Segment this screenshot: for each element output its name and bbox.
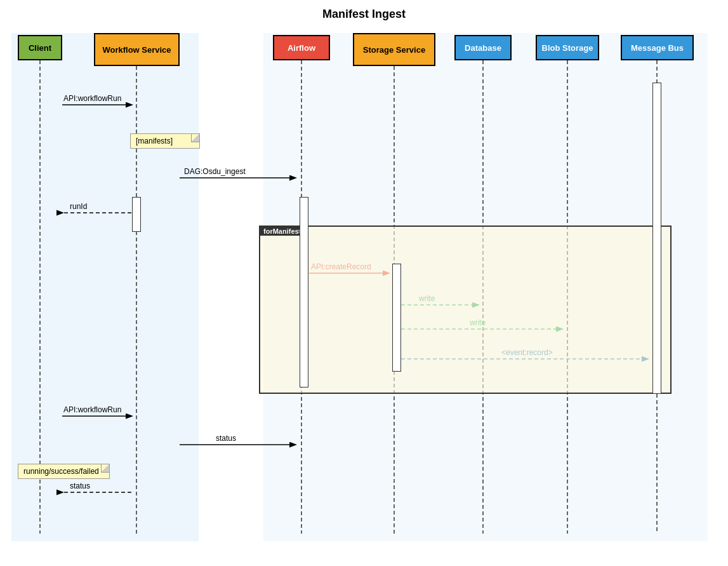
note-manifests: [manifests] [130,133,200,149]
label-api-workflowrun-1: API:workflowRun [63,94,121,103]
actor-storage: Storage Service [353,33,435,66]
diagram-title: Manifest Ingest [0,8,728,21]
actor-database: Database [454,35,512,60]
actor-msgbus: Message Bus [621,35,694,60]
label-api-workflowrun-2: API:workflowRun [63,405,121,414]
actor-workflow: Workflow Service [94,33,180,66]
label-status-return: status [70,482,90,490]
activation-workflow-1 [132,197,141,232]
label-status-out: status [216,434,236,443]
activation-airflow-1 [300,197,308,387]
frame-label: forManifest [260,227,304,236]
label-runid: runId [70,202,87,211]
label-dag-osdu-ingest: DAG:Osdu_ingest [184,167,246,176]
actor-blob: Blob Storage [536,35,599,60]
actor-client: Client [18,35,62,60]
frame-formanifest: forManifest [259,226,672,394]
note-running: running/success/failed [18,464,110,479]
diagram: Manifest Ingest Client Workflow Service … [0,0,728,566]
activation-storage-1 [392,264,401,372]
activation-msgbus-1 [652,83,661,394]
actor-airflow: Airflow [273,35,330,60]
